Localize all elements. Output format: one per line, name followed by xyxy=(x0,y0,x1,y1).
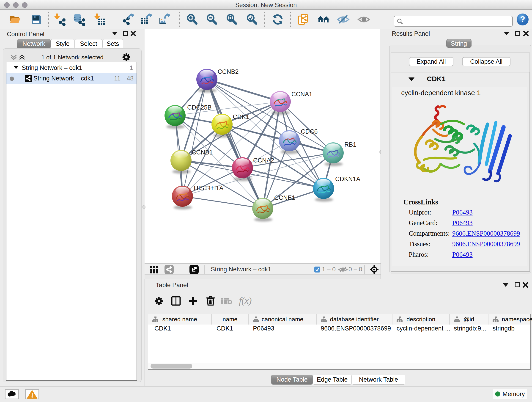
svg-text:CCNB2: CCNB2 xyxy=(218,68,239,75)
svg-text:CCNE1: CCNE1 xyxy=(274,194,295,201)
svg-text:CCNA1: CCNA1 xyxy=(291,91,312,98)
svg-text:?: ? xyxy=(520,15,525,24)
svg-text:RB1: RB1 xyxy=(344,141,356,148)
svg-text:CDK1: CDK1 xyxy=(233,114,249,120)
svg-text:CDC6: CDC6 xyxy=(301,128,318,135)
svg-text:CDC25B: CDC25B xyxy=(187,104,212,111)
svg-text:CCNB1: CCNB1 xyxy=(192,149,213,156)
svg-text:CCNA2: CCNA2 xyxy=(253,157,274,164)
svg-text:HIST1H1A: HIST1H1A xyxy=(194,185,223,191)
svg-text:CDKN1A: CDKN1A xyxy=(335,176,360,182)
